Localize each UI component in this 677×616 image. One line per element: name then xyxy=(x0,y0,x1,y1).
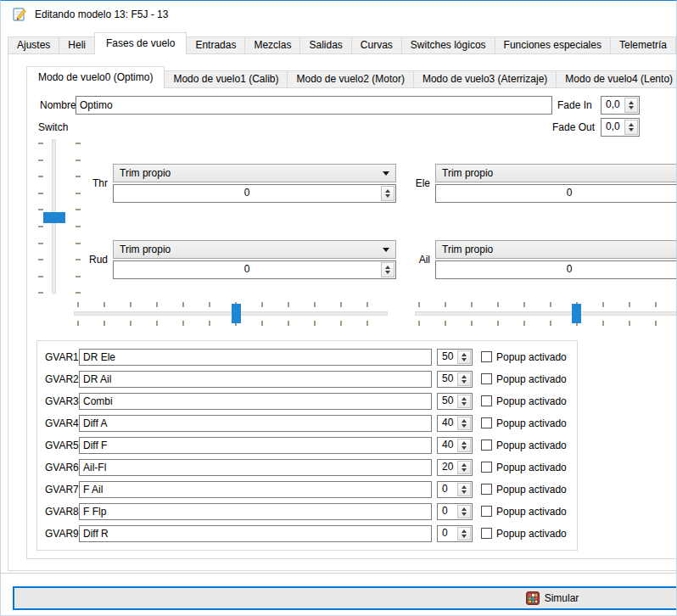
thr-trim-spinner[interactable]: 0 xyxy=(113,184,396,203)
gvar-name-input[interactable] xyxy=(79,371,432,388)
nombre-input[interactable] xyxy=(76,96,552,115)
gvar-popup-checkbox[interactable] xyxy=(481,462,492,473)
gvar-popup-checkbox[interactable] xyxy=(481,506,492,517)
gvar-value-spinner[interactable]: 0 xyxy=(437,481,473,498)
gvar-name-input[interactable] xyxy=(79,437,432,454)
gvar-popup-label: Popup activado xyxy=(496,484,567,496)
gvar-label: GVAR4 xyxy=(45,417,79,429)
left-trim-slider-ticks-top xyxy=(77,302,384,307)
mode-tab-1[interactable]: Modo de vuelo1 (Calib) xyxy=(164,70,288,88)
gvar-value-spinner[interactable]: 0 xyxy=(437,503,473,520)
gvar-popup-checkbox[interactable] xyxy=(481,351,492,362)
gvar-popup-label: Popup activado xyxy=(496,373,567,385)
spinner-buttons[interactable] xyxy=(457,505,471,518)
gvar-popup-label: Popup activado xyxy=(496,528,567,540)
gvar-popup-checkbox[interactable] xyxy=(481,395,492,406)
fade-in-label: Fade In xyxy=(557,99,592,111)
gvar-label: GVAR9 xyxy=(45,528,79,540)
spinner-buttons[interactable] xyxy=(457,395,471,408)
fade-out-spinner[interactable]: 0,0 xyxy=(601,118,640,137)
window-title: Editando modelo 13: F5J - 13 xyxy=(35,8,168,20)
spinner-buttons[interactable] xyxy=(457,483,471,496)
fade-out-label: Fade Out xyxy=(552,121,595,133)
gvar-label: GVAR7 xyxy=(45,484,79,496)
right-trim-slider-handle[interactable] xyxy=(572,304,581,323)
gvar-value-spinner[interactable]: 40 xyxy=(437,437,473,454)
gvar-popup-checkbox[interactable] xyxy=(481,417,492,428)
tab-funciones-especiales[interactable]: Funciones especiales xyxy=(495,36,611,54)
switch-slider-ticks-right xyxy=(76,143,81,294)
spinner-buttons[interactable] xyxy=(457,372,471,386)
gvar-name-input[interactable] xyxy=(79,393,432,410)
gvar-popup-label: Popup activado xyxy=(496,395,567,407)
spinner-buttons[interactable] xyxy=(381,262,394,277)
spinner-buttons[interactable] xyxy=(624,120,638,135)
gvar-name-input[interactable] xyxy=(79,481,432,498)
mode-tab-0[interactable]: Modo de vuelo0 (Optimo) xyxy=(26,66,165,88)
right-trim-slider-ticks-bottom xyxy=(418,321,677,326)
spinner-buttons[interactable] xyxy=(624,98,638,113)
left-trim-slider-handle[interactable] xyxy=(232,304,241,323)
spinner-buttons[interactable] xyxy=(457,439,471,452)
left-trim-slider-groove xyxy=(74,311,388,316)
edit-model-dialog: Editando modelo 13: F5J - 13 Ajustes Hel… xyxy=(0,0,677,616)
right-trim-slider-ticks-top xyxy=(418,302,677,307)
gvar-label: GVAR6 xyxy=(45,462,79,473)
flight-mode-tab-bar: Modo de vuelo0 (Optimo) Modo de vuelo1 (… xyxy=(26,66,677,88)
right-trim-slider-groove xyxy=(415,311,677,316)
gvar-popup-checkbox[interactable] xyxy=(481,528,492,539)
tab-ajustes[interactable]: Ajustes xyxy=(8,36,59,54)
ele-trim-spinner[interactable]: 0 xyxy=(435,184,677,203)
gvar-popup-label: Popup activado xyxy=(496,506,567,518)
ail-trim-spinner[interactable]: 0 xyxy=(435,260,677,279)
mode-tab-3[interactable]: Modo de vuelo3 (Aterrizaje) xyxy=(413,70,557,88)
ail-label: Ail xyxy=(406,254,430,266)
tab-switches-logicos[interactable]: Switches lógicos xyxy=(401,36,495,54)
fade-in-spinner[interactable]: 0,0 xyxy=(601,96,640,115)
gvar-name-input[interactable] xyxy=(79,525,432,542)
gvar-value-spinner[interactable]: 0 xyxy=(437,525,473,542)
mode-tab-4[interactable]: Modo de vuelo4 (Lento) xyxy=(556,70,677,88)
gvar-value-spinner[interactable]: 40 xyxy=(437,415,473,432)
gvar-name-input[interactable] xyxy=(79,459,432,476)
spinner-buttons[interactable] xyxy=(457,350,471,364)
footer-separator xyxy=(1,573,676,574)
tab-telemetria[interactable]: Telemetría xyxy=(610,36,676,54)
tab-salidas[interactable]: Salidas xyxy=(299,36,351,54)
mode-tab-2[interactable]: Modo de vuelo2 (Motor) xyxy=(287,70,413,88)
ail-trim-select[interactable]: Trim propio xyxy=(435,240,677,259)
spinner-buttons[interactable] xyxy=(457,461,471,474)
tab-heli[interactable]: Heli xyxy=(59,36,95,54)
tab-entradas[interactable]: Entradas xyxy=(186,36,245,54)
gvar-label: GVAR1 xyxy=(45,351,79,363)
gvar-popup-checkbox[interactable] xyxy=(481,484,492,495)
gvar-name-input[interactable] xyxy=(79,503,432,520)
gvar-label: GVAR5 xyxy=(45,440,79,451)
spinner-buttons[interactable] xyxy=(457,527,471,540)
title-bar: Editando modelo 13: F5J - 13 xyxy=(1,1,676,27)
gvar-popup-checkbox[interactable] xyxy=(481,373,492,384)
gvar-popup-label: Popup activado xyxy=(496,417,567,429)
tab-fases-de-vuelo[interactable]: Fases de vuelo xyxy=(94,32,187,54)
gvar-value-spinner[interactable]: 50 xyxy=(437,371,473,388)
gvar-value-spinner[interactable]: 50 xyxy=(437,393,473,410)
gvar-label: GVAR8 xyxy=(45,506,79,518)
rud-trim-spinner[interactable]: 0 xyxy=(113,260,396,279)
chevron-down-icon xyxy=(383,171,389,176)
thr-trim-select[interactable]: Trim propio xyxy=(113,164,396,182)
rud-trim-select[interactable]: Trim propio xyxy=(113,240,396,259)
gvar-value-spinner[interactable]: 20 xyxy=(437,459,473,476)
gvar-popup-checkbox[interactable] xyxy=(481,440,492,451)
spinner-buttons[interactable] xyxy=(381,186,394,201)
simulate-button[interactable]: Simular xyxy=(13,586,677,610)
gvar-name-input[interactable] xyxy=(79,349,432,366)
switch-slider-handle[interactable] xyxy=(43,212,65,223)
tab-curvas[interactable]: Curvas xyxy=(351,36,402,54)
left-trim-slider-ticks-bottom xyxy=(77,321,384,326)
gvar-value-spinner[interactable]: 50 xyxy=(437,349,473,366)
ele-trim-select[interactable]: Trim propio xyxy=(435,164,677,182)
rud-label: Rud xyxy=(72,254,108,266)
tab-mezclas[interactable]: Mezclas xyxy=(244,36,300,54)
spinner-buttons[interactable] xyxy=(457,417,471,430)
gvar-name-input[interactable] xyxy=(79,415,432,432)
